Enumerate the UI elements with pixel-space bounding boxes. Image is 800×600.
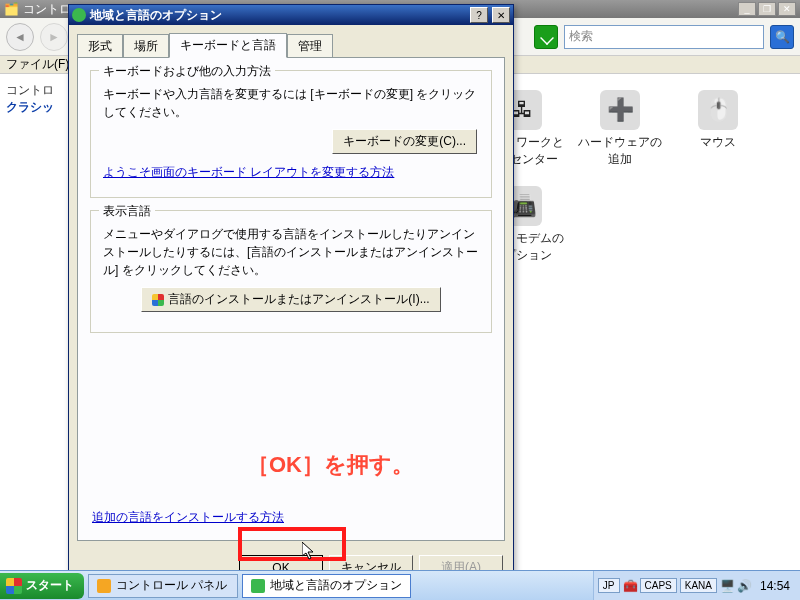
keyboard-help-text: キーボードや入力言語を変更するには [キーボードの変更] をクリックしてください… [103,85,479,121]
kana-indicator: KANA [680,578,717,593]
dialog-close-button[interactable]: ✕ [492,7,510,23]
forward-button: ► [40,23,68,51]
group-title: キーボードおよび他の入力方法 [99,63,275,80]
task-icon [251,579,265,593]
cp-item-icon: ➕ [600,90,640,130]
display-language-help-text: メニューやダイアログで使用する言語をインストールしたりアンインストールしたりする… [103,225,479,279]
taskbar-task-0[interactable]: コントロール パネル [88,574,238,598]
refresh-button[interactable] [534,25,558,49]
search-go-button[interactable]: 🔍 [770,25,794,49]
annotation-text: ［OK］を押す。 [247,450,414,480]
tab-3[interactable]: 管理 [287,34,333,58]
display-language-group: 表示言語 メニューやダイアログで使用する言語をインストールしたりアンインストール… [90,210,492,333]
task-icon [97,579,111,593]
cp-item-label: ハードウェアの追加 [576,134,664,168]
welcome-keyboard-layout-link[interactable]: ようこそ画面のキーボード レイアウトを変更する方法 [103,164,394,181]
control-panel-item[interactable]: ➕ハードウェアの追加 [576,90,664,168]
taskbar-task-1[interactable]: 地域と言語のオプション [242,574,411,598]
keyboard-input-group: キーボードおよび他の入力方法 キーボードや入力言語を変更するには [キーボードの… [90,70,492,198]
install-additional-languages-link[interactable]: 追加の言語をインストールする方法 [92,509,284,526]
maximize-button[interactable]: ❐ [758,2,776,16]
task-label: コントロール パネル [116,577,227,594]
install-uninstall-language-button[interactable]: 言語のインストールまたはアンインストール(I)... [141,287,440,312]
control-panel-item[interactable]: 🖱️マウス [674,90,762,168]
dialog-title: 地域と言語のオプション [90,7,466,24]
region-language-dialog: 地域と言語のオプション ? ✕ 形式場所キーボードと言語管理 キーボードおよび他… [68,4,514,591]
minimize-button[interactable]: _ [738,2,756,16]
folder-icon: 🗂️ [4,2,19,16]
tab-0[interactable]: 形式 [77,34,123,58]
ime-lang-indicator[interactable]: JP [598,578,620,593]
dialog-titlebar[interactable]: 地域と言語のオプション ? ✕ [69,5,513,25]
close-button[interactable]: ✕ [778,2,796,16]
search-input[interactable]: 検索 [564,25,764,49]
windows-flag-icon [6,578,22,594]
caps-indicator: CAPS [640,578,677,593]
tab-strip: 形式場所キーボードと言語管理 [69,25,513,57]
group-title: 表示言語 [99,203,155,220]
globe-icon [72,8,86,22]
task-label: 地域と言語のオプション [270,577,402,594]
ime-tool-icon[interactable]: 🧰 [623,579,637,593]
start-button[interactable]: スタート [0,573,84,599]
shield-icon [152,294,164,306]
sidebar-link-0[interactable]: コントロ [6,82,62,99]
tab-1[interactable]: 場所 [123,34,169,58]
tab-2[interactable]: キーボードと言語 [169,33,287,58]
file-menu[interactable]: ファイル(F) [6,56,69,73]
left-pane: コントロクラシッ [0,74,68,574]
annotation-highlight-box [238,527,346,561]
taskbar: スタート コントロール パネル地域と言語のオプション JP 🧰 CAPS KAN… [0,570,800,600]
system-tray: JP 🧰 CAPS KANA 🖥️ 🔊 14:54 [593,571,800,600]
clock[interactable]: 14:54 [754,579,796,593]
tray-display-icon[interactable]: 🖥️ [720,579,734,593]
cp-item-icon: 🖱️ [698,90,738,130]
back-button[interactable]: ◄ [6,23,34,51]
cp-item-label: マウス [700,134,736,151]
sidebar-link-1[interactable]: クラシッ [6,99,62,116]
help-button[interactable]: ? [470,7,488,23]
tray-volume-icon[interactable]: 🔊 [737,579,751,593]
change-keyboard-button[interactable]: キーボードの変更(C)... [332,129,477,154]
